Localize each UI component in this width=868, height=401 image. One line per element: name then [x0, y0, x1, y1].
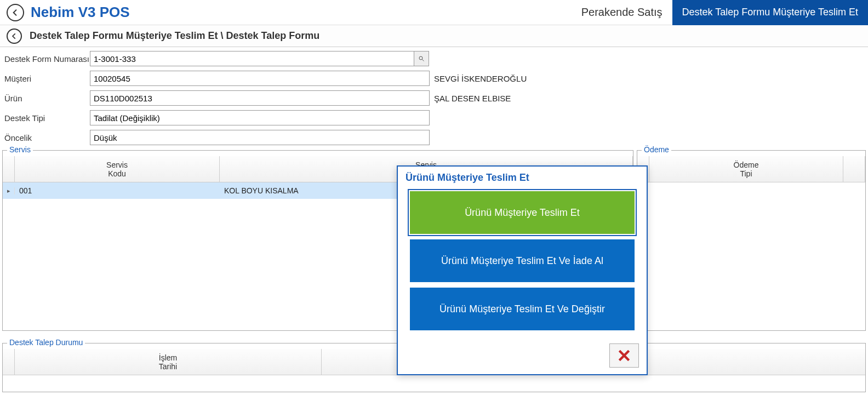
- deliver-return-button[interactable]: Ürünü Müşteriye Teslim Et Ve İade Al: [410, 239, 635, 282]
- servis-legend: Servis: [7, 145, 33, 154]
- dialog-close-button[interactable]: [609, 343, 639, 368]
- arrow-left-icon: [10, 32, 18, 40]
- odeme-panel: Ödeme Ödeme Tipi: [637, 150, 866, 331]
- svg-point-0: [419, 56, 422, 60]
- search-icon: [418, 55, 425, 62]
- priority-input[interactable]: [90, 130, 430, 145]
- app-title: Nebim V3 POS: [31, 4, 130, 21]
- customer-input[interactable]: [90, 71, 430, 86]
- arrow-left-icon: [11, 8, 20, 17]
- label-customer: Müşteri: [2, 74, 90, 83]
- customer-name-readout: SEVGİ İSKENDEROĞLU: [430, 74, 527, 83]
- servis-header-code[interactable]: Servis Kodu: [15, 156, 220, 182]
- odeme-header-spacer: [843, 156, 865, 182]
- row-indicator-icon: ▸: [3, 187, 15, 194]
- header-active-task[interactable]: Destek Talep Formu Müşteriye Teslim Et: [672, 0, 868, 25]
- header-context-label[interactable]: Perakende Satış: [572, 0, 672, 25]
- status-legend: Destek Talep Durumu: [7, 338, 85, 347]
- support-type-input[interactable]: [90, 110, 430, 125]
- back-button[interactable]: [7, 4, 24, 21]
- form-no-input[interactable]: [90, 51, 414, 66]
- servis-header-indicator: [3, 156, 15, 182]
- form-no-search-button[interactable]: [414, 51, 429, 66]
- deliver-button[interactable]: Ürünü Müşteriye Teslim Et: [410, 191, 635, 234]
- deliver-exchange-button[interactable]: Ürünü Müşteriye Teslim Et Ve Değiştir: [410, 288, 635, 330]
- breadcrumb-back-button[interactable]: [7, 28, 22, 44]
- breadcrumb: Destek Talep Formu Müşteriye Teslim Et \…: [30, 30, 319, 42]
- label-priority: Öncelik: [2, 133, 90, 142]
- label-product: Ürün: [2, 94, 90, 103]
- dialog-title: Ürünü Müşteriye Teslim Et: [398, 167, 647, 187]
- status-header-date[interactable]: İşlem Tarihi: [15, 349, 322, 375]
- servis-cell-code: 001: [15, 184, 220, 197]
- odeme-legend: Ödeme: [642, 145, 671, 154]
- close-icon: [617, 348, 631, 363]
- product-input[interactable]: [90, 90, 430, 106]
- status-header-indicator: [3, 349, 15, 375]
- deliver-dialog: Ürünü Müşteriye Teslim Et Ürünü Müşteriy…: [397, 165, 648, 375]
- svg-line-1: [422, 60, 424, 61]
- product-name-readout: ŞAL DESEN ELBISE: [430, 94, 511, 103]
- label-form-no: Destek Form Numarası: [2, 54, 90, 64]
- odeme-header-type[interactable]: Ödeme Tipi: [649, 156, 843, 182]
- label-support-type: Destek Tipi: [2, 113, 90, 123]
